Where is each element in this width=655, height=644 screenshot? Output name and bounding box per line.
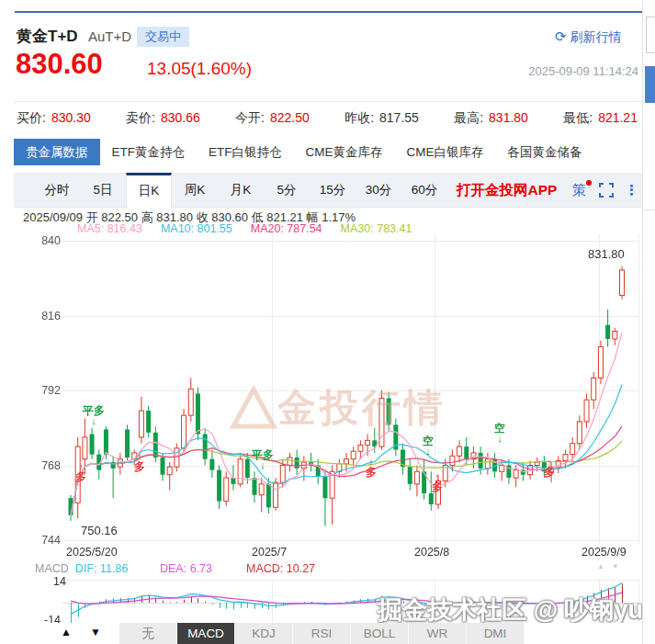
trade-annotation-text: 多	[127, 461, 152, 472]
trade-annotation-text: 多	[424, 481, 450, 492]
period-tab[interactable]: 5分	[264, 173, 310, 207]
refresh-icon: ⟳	[555, 28, 567, 44]
down-arrow-button[interactable]: ▼	[90, 626, 101, 638]
quote-value: 817.55	[379, 110, 419, 125]
trade-annotation: ↑多	[424, 472, 450, 492]
trade-annotation: 空↓	[487, 423, 513, 443]
quote-row: 买价:830.30卖价:830.66今开:822.50昨收:817.55最高:8…	[17, 107, 638, 130]
strategy-badge-dot	[586, 180, 592, 186]
period-tab[interactable]: 日K	[126, 173, 172, 209]
macd-info-label: DEA: 6.73	[160, 562, 212, 575]
macd-info-label: MACD	[35, 562, 69, 575]
refresh-quotes-button[interactable]: ⟳刷新行情	[555, 28, 622, 46]
indicator-tab[interactable]: WR	[409, 623, 467, 644]
trade-annotation-text: 多	[68, 471, 94, 482]
quote-timestamp: 2025-09-09 11:14:24	[478, 64, 638, 78]
period-tab[interactable]: 60分	[401, 173, 447, 207]
trade-annotation-text: 多	[358, 467, 384, 478]
trade-annotation: 空↓	[415, 435, 441, 456]
y-axis-label: 840	[37, 234, 61, 247]
last-price: 830.60	[16, 48, 103, 81]
y-axis-label: 816	[37, 310, 61, 322]
price-extreme-label: 831.80	[588, 247, 625, 261]
quote-label: 昨收:	[344, 110, 374, 125]
quote-field: 昨收:817.55	[344, 110, 419, 127]
y-axis-label: 768	[37, 459, 61, 472]
quote-label: 最低:	[563, 110, 593, 125]
period-tab[interactable]: 月K	[218, 173, 264, 207]
top-accent-line	[15, 11, 650, 13]
kline-macd-canvas[interactable]	[0, 226, 655, 644]
instrument-code: AuT+D	[88, 28, 131, 44]
quote-label: 买价:	[17, 110, 46, 125]
period-tab[interactable]: 周K	[172, 173, 218, 207]
annotation-arrow-icon: ↓	[487, 434, 513, 443]
sort-up-icon[interactable]: ▲	[597, 562, 604, 571]
macd-info-label: DIF: 11.86	[75, 562, 128, 575]
x-axis-label: 2025/7	[252, 546, 287, 559]
indicator-bar: ▲ ▼ 无MACDKDJRSIBOLLWRDMI	[0, 623, 655, 644]
quote-label: 卖价:	[126, 110, 155, 125]
sort-down-icon[interactable]: ▼	[612, 562, 619, 571]
data-tab[interactable]: CME白银库存	[395, 139, 496, 165]
data-tab[interactable]: CME黄金库存	[294, 139, 395, 165]
quote-field: 最低:821.21	[563, 110, 638, 127]
right-panel-edge	[642, 0, 655, 644]
quote-field: 卖价:830.66	[126, 110, 200, 127]
refresh-label: 刷新行情	[570, 29, 622, 44]
period-tab-bar: 分时5日日K周K月K5分15分30分60分打开金投网APP策⋮	[14, 173, 642, 208]
data-tab[interactable]: ETF黄金持仓	[100, 139, 198, 165]
trade-annotation: ↑多	[536, 458, 562, 478]
indicator-tab[interactable]: 无	[119, 623, 177, 644]
trade-annotation: ↑多	[127, 452, 152, 472]
indicator-tab[interactable]: KDJ	[235, 623, 293, 644]
indicator-tab[interactable]: RSI	[293, 623, 351, 644]
gold-td-quote-page: { "header": { "title": "黄金T+D", "subtitl…	[0, 0, 655, 644]
y-axis-label: 792	[37, 384, 61, 397]
open-app-link[interactable]: 打开金投网APP	[457, 173, 557, 207]
trade-annotation: 平多↓	[81, 405, 107, 425]
y-axis-label: 744	[37, 534, 61, 547]
trading-status-badge: 交易中	[137, 27, 189, 47]
trade-annotation: ↑多	[68, 462, 94, 482]
quote-value: 831.80	[489, 110, 528, 125]
quote-field: 买价:830.30	[17, 110, 91, 127]
indicator-tab[interactable]: DMI	[467, 623, 525, 644]
quote-value: 822.50	[270, 110, 310, 125]
period-tab[interactable]: 30分	[356, 173, 401, 207]
price-extreme-label: 750.16	[81, 524, 118, 537]
quote-value: 821.21	[598, 110, 638, 125]
up-arrow-button[interactable]: ▲	[61, 626, 72, 638]
right-panel-box-edge	[646, 17, 655, 53]
quote-value: 830.66	[161, 110, 200, 125]
annotation-arrow-icon: ↓	[81, 416, 107, 425]
more-icon[interactable]: ⋮	[625, 173, 638, 207]
data-tab[interactable]: ETF白银持仓	[197, 139, 294, 165]
indicator-tab[interactable]: BOLL	[351, 623, 409, 644]
fullscreen-icon[interactable]	[599, 183, 614, 207]
macd-info-label: MACD: 10.27	[246, 562, 315, 575]
instrument-title: 黄金T+D	[17, 26, 78, 47]
quote-field: 今开:822.50	[235, 110, 310, 127]
strategy-button[interactable]: 策	[571, 173, 586, 207]
x-axis-label: 2025/5/20	[66, 546, 118, 559]
indicator-tab[interactable]: MACD	[177, 623, 235, 644]
price-change: 13.05(1.60%)	[147, 59, 252, 79]
data-tab[interactable]: 贵金属数据	[14, 139, 100, 165]
period-bar-spacer	[14, 173, 34, 207]
quote-field: 最高:831.80	[454, 110, 528, 127]
trade-annotation: 平多↓	[250, 449, 276, 469]
data-tab-bar: 贵金属数据ETF黄金持仓ETF白银持仓CME黄金库存CME白银库存各国黄金储备	[14, 139, 594, 165]
quote-label: 今开:	[235, 110, 265, 125]
data-tab[interactable]: 各国黄金储备	[496, 139, 594, 165]
period-tab[interactable]: 5日	[80, 173, 126, 207]
quote-label: 最高:	[454, 110, 483, 125]
period-tab[interactable]: 15分	[310, 173, 356, 207]
right-panel-divider	[643, 209, 655, 210]
annotation-arrow-icon: ↓	[250, 460, 276, 469]
x-axis-label: 2025/9/9	[582, 546, 627, 559]
period-tab[interactable]: 分时	[34, 173, 80, 207]
annotation-arrow-icon: ↓	[415, 446, 441, 456]
header-divider	[14, 101, 642, 102]
x-axis-label: 2025/8	[414, 546, 449, 559]
